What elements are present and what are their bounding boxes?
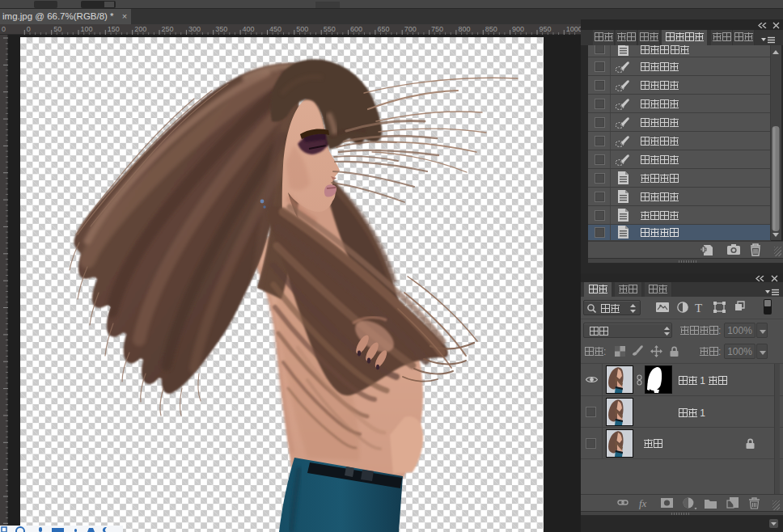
svg-text:300: 300 <box>188 25 201 33</box>
svg-text:200: 200 <box>134 25 146 33</box>
svg-text:100: 100 <box>81 25 93 33</box>
svg-text:0: 0 <box>27 25 31 33</box>
svg-text:400: 400 <box>243 25 255 33</box>
svg-text:950: 950 <box>540 25 552 33</box>
svg-text:550: 550 <box>324 25 336 33</box>
svg-text:850: 850 <box>485 25 497 33</box>
svg-text:450: 450 <box>269 25 281 33</box>
svg-text:150: 150 <box>108 25 120 33</box>
svg-text:700: 700 <box>404 25 417 33</box>
svg-text:fx: fx <box>639 497 647 509</box>
svg-text:350: 350 <box>215 25 227 33</box>
svg-text:0: 0 <box>2 25 6 33</box>
svg-text:500: 500 <box>296 25 308 33</box>
svg-text:1000: 1000 <box>566 25 581 33</box>
svg-text:900: 900 <box>512 25 524 33</box>
svg-text:650: 650 <box>377 25 389 33</box>
svg-text:750: 750 <box>431 25 443 33</box>
svg-text:250: 250 <box>162 25 174 33</box>
svg-text:T: T <box>695 302 702 315</box>
svg-text:600: 600 <box>350 25 362 33</box>
svg-text:50: 50 <box>53 25 61 33</box>
svg-text:800: 800 <box>458 25 470 33</box>
